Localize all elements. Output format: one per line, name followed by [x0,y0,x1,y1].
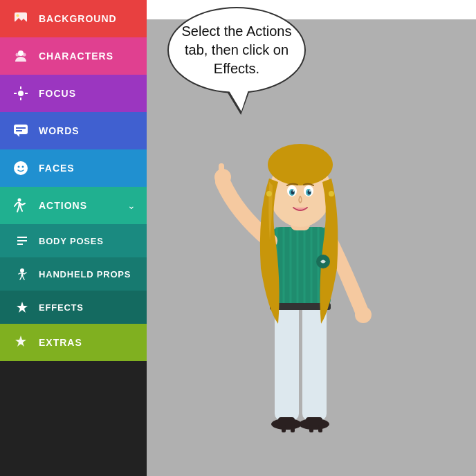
svg-point-16 [18,166,20,168]
svg-rect-46 [219,163,224,178]
sidebar-item-label-actions: Actions [39,200,87,211]
svg-point-5 [23,53,26,57]
sidebar-item-label-body-poses: Body Poses [39,236,104,246]
sidebar-item-focus[interactable]: Focus [0,75,147,112]
body-poses-icon [14,232,30,249]
svg-rect-13 [16,127,26,129]
svg-point-47 [355,306,372,323]
sidebar-item-label-handheld-props: Handheld Props [39,269,131,280]
svg-rect-11 [14,125,28,134]
sidebar-item-label-words: Words [39,125,80,136]
sidebar-item-label-focus: Focus [39,88,76,99]
actions-chevron-icon: ⌄ [127,200,136,211]
svg-point-59 [266,191,272,196]
sidebar-item-label-faces: Faces [39,163,75,174]
sidebar-item-label-background: Background [39,13,117,24]
svg-point-58 [309,190,311,192]
sidebar-item-body-poses[interactable]: Body Poses [0,224,147,257]
sidebar-item-label-characters: Characters [39,51,113,62]
sidebar-item-extras[interactable]: Extras [0,324,147,361]
sidebar: Background Characters Focus [0,0,147,476]
svg-rect-29 [282,425,286,432]
svg-rect-30 [291,425,295,432]
actions-icon [11,196,30,215]
svg-point-15 [14,161,28,175]
speech-bubble-text: Select the Actions tab, then click on Ef… [182,24,292,76]
sidebar-item-words[interactable]: Words [0,112,147,149]
sidebar-item-effects[interactable]: Effects [0,291,147,324]
svg-point-4 [16,53,19,57]
svg-point-17 [22,166,24,168]
sidebar-item-faces[interactable]: Faces [0,149,147,187]
svg-marker-23 [17,302,28,313]
svg-point-60 [329,191,334,196]
character-illustration [188,75,410,476]
words-icon [11,121,30,140]
effects-icon [14,299,30,315]
background-icon [11,9,30,28]
sidebar-item-characters[interactable]: Characters [0,37,147,75]
sidebar-item-handheld-props[interactable]: Handheld Props [0,257,147,291]
focus-icon [11,84,30,103]
svg-marker-12 [17,134,19,137]
svg-rect-34 [318,425,322,432]
svg-point-57 [293,190,294,192]
sidebar-item-label-effects: Effects [39,302,84,313]
svg-rect-14 [16,130,22,131]
svg-point-2 [17,15,19,17]
svg-point-18 [18,199,21,202]
svg-rect-24 [19,340,23,345]
svg-rect-26 [302,303,327,421]
sidebar-item-actions[interactable]: Actions ⌄ [0,187,147,224]
svg-rect-32 [306,417,322,427]
characters-icon [11,46,30,66]
faces-icon [11,158,30,178]
sidebar-item-background[interactable]: Background [0,0,147,37]
handheld-props-icon [14,266,30,282]
svg-rect-28 [278,417,295,427]
svg-point-22 [20,268,24,273]
svg-point-50 [268,144,333,185]
main-content: Select the Actions tab, then click on Ef… [147,0,476,476]
sidebar-item-label-extras: Extras [39,337,82,348]
extras-icon [11,333,30,352]
svg-point-6 [18,91,24,96]
svg-rect-33 [309,425,313,432]
